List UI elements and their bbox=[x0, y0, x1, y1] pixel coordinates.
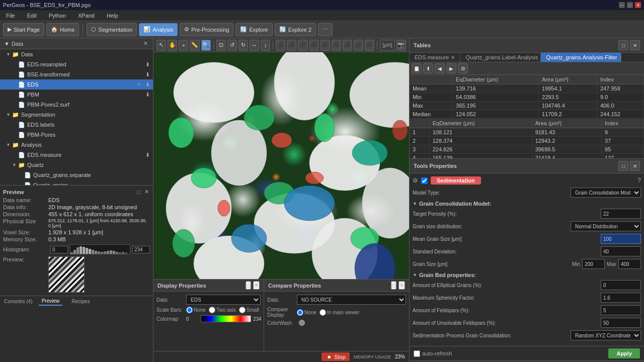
colorwash-toggle[interactable] bbox=[299, 320, 305, 326]
vt-more6[interactable]: ⬛ bbox=[332, 40, 341, 51]
sphericity-input[interactable] bbox=[601, 293, 641, 303]
vt-more1[interactable]: ⬛ bbox=[276, 40, 285, 51]
vt-more9[interactable]: ⬛ bbox=[365, 40, 374, 51]
menu-xpand[interactable]: XPand bbox=[75, 12, 98, 20]
tree-item-quartz[interactable]: ▼ 📁 Quartz bbox=[0, 160, 153, 170]
vt-flip-h[interactable]: ↔ bbox=[250, 40, 259, 51]
histogram-max-input[interactable] bbox=[132, 246, 150, 253]
vt-pan[interactable]: ✋ bbox=[168, 40, 177, 51]
tree-item-eds-resampled[interactable]: 📄 EDS-resampled ⬇ bbox=[0, 59, 153, 69]
tree-item-pbm-pores[interactable]: 📄 PBM-Pores2.surf bbox=[0, 100, 153, 110]
tree-item-qg-separate[interactable]: 📄 Quartz_grains.separate bbox=[0, 170, 153, 180]
minimize-button[interactable]: ─ bbox=[619, 2, 625, 8]
download-btn-2[interactable]: ⬇ bbox=[144, 71, 151, 78]
vt-more2[interactable]: ⬛ bbox=[287, 40, 296, 51]
gb-collapse[interactable]: ▼ bbox=[413, 273, 417, 278]
model-type-select[interactable]: Grain Consolidation Model bbox=[571, 188, 641, 198]
toolbar-analysis[interactable]: 📊 Analysis bbox=[139, 23, 178, 36]
vt-add[interactable]: + bbox=[179, 40, 188, 51]
comp-radio-inmain[interactable]: In main viewer bbox=[319, 309, 359, 316]
menu-edit[interactable]: Edit bbox=[24, 12, 40, 20]
histogram-min-input[interactable] bbox=[50, 246, 68, 253]
grain-size-dist-select[interactable]: Normal Distribution bbox=[571, 221, 641, 231]
tab-close-qgaf[interactable]: ✕ bbox=[619, 55, 622, 60]
sed-process-select[interactable]: Random XYZ Coordinates bbox=[571, 330, 641, 340]
download-btn-eds[interactable]: ⬇ bbox=[144, 81, 151, 88]
vt-more4[interactable]: ⬛ bbox=[309, 40, 319, 51]
toolbar-explore[interactable]: 🔄 Explore bbox=[235, 23, 272, 36]
tb-next[interactable]: ▶ bbox=[446, 63, 456, 73]
vt-more7[interactable]: ⬛ bbox=[343, 40, 352, 51]
tab-qg-analysisfilter[interactable]: Quartz_grains.Analysis-Filter ✕ bbox=[541, 53, 621, 62]
toolbar-explore2[interactable]: 🔄 Explore 2 bbox=[275, 23, 316, 36]
menu-help[interactable]: Help bbox=[104, 12, 121, 20]
auto-refresh-checkbox[interactable] bbox=[414, 350, 420, 357]
data-panel-collapse[interactable]: ✕ bbox=[142, 40, 149, 47]
toolbar-start-page[interactable]: ▶ Start Page bbox=[3, 23, 44, 36]
target-porosity-input[interactable] bbox=[601, 209, 641, 219]
tables-close[interactable]: ✕ bbox=[630, 40, 640, 50]
std-dev-input[interactable] bbox=[601, 246, 641, 256]
tree-item-pbm[interactable]: 📄 PBM ⬇ bbox=[0, 89, 153, 100]
tab-close-eds[interactable]: ✕ bbox=[451, 55, 455, 60]
compare-close-btn[interactable]: ✕ bbox=[398, 281, 405, 290]
tab-eds-measure[interactable]: EDS.measure ✕ bbox=[410, 53, 460, 62]
tree-item-bse-transformed[interactable]: 📄 BSE-transformed ⬇ bbox=[0, 69, 153, 79]
maximize-button[interactable]: □ bbox=[627, 2, 633, 8]
vt-measure[interactable]: 📏 bbox=[190, 40, 199, 51]
preview-expand[interactable]: □ bbox=[136, 189, 141, 195]
menu-file[interactable]: File bbox=[3, 12, 18, 20]
preview-close[interactable]: ✕ bbox=[143, 189, 150, 195]
tree-item-data[interactable]: ▼ 📁 Data bbox=[0, 49, 153, 59]
tree-item-qg[interactable]: 📄 Quartz_grains bbox=[0, 180, 153, 185]
vt-reset[interactable]: ↺ bbox=[227, 40, 237, 51]
toolbar-home[interactable]: 🏠 Home bbox=[46, 23, 79, 36]
vt-more8[interactable]: ⬛ bbox=[354, 40, 363, 51]
vt-fit[interactable]: ⊡ bbox=[216, 40, 226, 51]
tools-expand[interactable]: □ bbox=[618, 161, 628, 171]
tree-item-segmentation[interactable]: ▼ 📁 Segmentation bbox=[0, 110, 153, 120]
menu-python[interactable]: Python bbox=[46, 12, 69, 20]
tree-item-pbm-pores-seg[interactable]: 📄 PBM-Pores bbox=[0, 130, 153, 140]
toolbar-preprocessing[interactable]: ⚙ Pre-Processing bbox=[180, 23, 233, 36]
elliptical-grains-input[interactable] bbox=[601, 280, 641, 290]
tab-preview[interactable]: Preview bbox=[39, 297, 63, 306]
tree-item-eds-labels[interactable]: 📄 EDS.labels bbox=[0, 120, 153, 130]
vt-pointer[interactable]: ↖ bbox=[156, 40, 166, 51]
vt-zoom[interactable]: 🔍 bbox=[201, 40, 211, 51]
radio-small[interactable]: Small bbox=[239, 307, 259, 313]
vt-more5[interactable]: ⬛ bbox=[320, 40, 330, 51]
display-expand-btn[interactable]: □ bbox=[246, 281, 251, 290]
vt-more3[interactable]: ⬛ bbox=[298, 40, 307, 51]
grain-size-min-input[interactable] bbox=[582, 259, 605, 269]
compare-expand-btn[interactable]: □ bbox=[391, 281, 396, 290]
toolbar-more[interactable]: ⋯ bbox=[318, 23, 333, 36]
auto-refresh-label[interactable]: auto-refresh bbox=[414, 350, 452, 357]
mean-grain-size-input[interactable] bbox=[601, 234, 641, 244]
display-close-btn[interactable]: ✕ bbox=[253, 281, 260, 290]
help-icon[interactable]: ? bbox=[637, 177, 641, 184]
tb-prev[interactable]: ◀ bbox=[435, 63, 445, 73]
tables-expand[interactable]: □ bbox=[618, 40, 628, 50]
stop-button[interactable]: ■ Stop bbox=[321, 352, 350, 361]
tree-item-analysis[interactable]: ▼ 📁 Analysis bbox=[0, 140, 153, 150]
compare-data-dropdown[interactable]: NO SOURCE bbox=[297, 295, 406, 305]
vt-rotate-cw[interactable]: ↻ bbox=[238, 40, 248, 51]
close-button[interactable]: ✕ bbox=[635, 2, 641, 8]
gear-icon[interactable]: ⚙ bbox=[413, 177, 418, 184]
tree-item-eds[interactable]: 📄 EDS 👁 ⬇ bbox=[0, 79, 153, 89]
download-btn-edsmeas[interactable]: ⬇ bbox=[144, 152, 151, 158]
eye-btn[interactable]: 👁 bbox=[135, 81, 143, 88]
toolbar-segmentation[interactable]: ⬡ Segmentation bbox=[87, 23, 137, 36]
tools-close[interactable]: ✕ bbox=[630, 161, 640, 171]
tab-recipes[interactable]: Recipes bbox=[68, 298, 93, 305]
tree-item-eds-measure[interactable]: 📄 EDS.measure ⬇ bbox=[0, 150, 153, 160]
tb-export[interactable]: ⬆ bbox=[423, 63, 433, 73]
unsolvable-feldspars-input[interactable] bbox=[601, 318, 641, 328]
vt-screenshot[interactable]: 📷 bbox=[396, 40, 406, 51]
tb-settings[interactable]: ⚙ bbox=[458, 63, 468, 73]
data-dropdown[interactable]: EDS bbox=[186, 295, 261, 305]
tb-copy[interactable]: 📋 bbox=[412, 63, 422, 73]
feldspars-input[interactable] bbox=[601, 305, 641, 315]
download-btn[interactable]: ⬇ bbox=[144, 61, 151, 68]
